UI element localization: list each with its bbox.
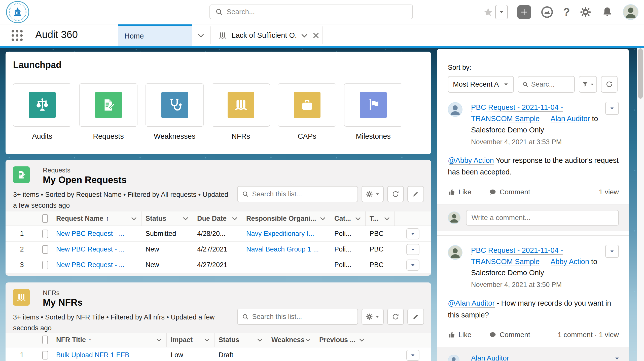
- row-checkbox[interactable]: [38, 230, 52, 238]
- tab-divider: [210, 26, 211, 44]
- post-separator: —: [542, 258, 549, 266]
- list-search: [237, 309, 358, 325]
- tab-home-dropdown[interactable]: [195, 30, 206, 41]
- select-all-checkbox[interactable]: [38, 333, 52, 347]
- feed-refresh-button[interactable]: [601, 76, 618, 93]
- chevron-down-icon[interactable]: [231, 215, 238, 222]
- request-link[interactable]: New PBC Request - ...: [56, 230, 125, 238]
- tile-weaknesses[interactable]: Weaknesses: [146, 83, 204, 140]
- comment-bubble-icon: [489, 188, 496, 196]
- cell-due-date: 4/27/2021: [193, 245, 242, 253]
- list-title[interactable]: My NFRs: [43, 297, 423, 308]
- mention-link[interactable]: @Alan Auditor: [448, 299, 495, 308]
- list-refresh-button[interactable]: [387, 309, 404, 325]
- scrollbar-thumb[interactable]: [638, 48, 643, 99]
- column-header-category[interactable]: Cat...: [330, 211, 366, 226]
- tile-audits[interactable]: Audits: [13, 83, 71, 140]
- favorite-star-icon[interactable]: [481, 5, 495, 19]
- list-title[interactable]: My Open Requests: [43, 175, 423, 185]
- chevron-down-icon[interactable]: [305, 337, 311, 343]
- post-author-link[interactable]: Alan Auditor: [551, 115, 590, 123]
- select-all-checkbox[interactable]: [38, 211, 52, 226]
- row-actions-button[interactable]: [406, 244, 419, 255]
- column-header-status[interactable]: Status: [214, 333, 267, 347]
- tile-nfrs[interactable]: NFRs: [212, 83, 270, 140]
- column-header-impact[interactable]: Impact: [167, 333, 214, 347]
- chevron-down-icon[interactable]: [131, 215, 137, 222]
- post-actions-button[interactable]: [605, 102, 619, 115]
- column-header-due-date[interactable]: Due Date: [193, 211, 242, 226]
- post-author-link[interactable]: Abby Action: [551, 258, 589, 266]
- post-timestamp: November 4, 2021 at 3:50 PM: [471, 281, 601, 289]
- row-actions-button[interactable]: [406, 260, 419, 271]
- guidance-center-button[interactable]: [541, 6, 554, 19]
- comment-actions-button[interactable]: [614, 356, 620, 361]
- column-header-status[interactable]: Status: [141, 211, 193, 226]
- search-icon: [522, 81, 528, 88]
- chevron-down-icon[interactable]: [355, 215, 361, 222]
- column-header-previous[interactable]: Previous ...: [315, 333, 369, 347]
- row-actions-button[interactable]: [406, 350, 419, 361]
- list-settings-button[interactable]: [362, 309, 384, 325]
- chevron-down-icon[interactable]: [182, 215, 189, 222]
- help-icon[interactable]: ?: [563, 7, 570, 18]
- post-author-avatar[interactable]: [448, 245, 462, 260]
- post-record-link[interactable]: PBC Request - 2021-11-04 - TRANSCOM Samp…: [471, 103, 563, 123]
- tile-milestones[interactable]: Milestones: [344, 83, 402, 140]
- post-author-avatar[interactable]: [448, 102, 462, 117]
- list-refresh-button[interactable]: [387, 186, 404, 202]
- chevron-down-icon[interactable]: [204, 337, 210, 343]
- column-header-responsible-org[interactable]: Responsible Organi...: [242, 211, 330, 226]
- tile-requests[interactable]: Requests: [79, 83, 137, 140]
- chevron-down-icon[interactable]: [257, 337, 263, 343]
- org-link[interactable]: Naval Beach Group 1 ...: [246, 245, 319, 253]
- nfr-link[interactable]: Bulk Upload NFR 1 EFB: [56, 351, 129, 359]
- tile-caps[interactable]: CAPs: [278, 83, 336, 140]
- chevron-down-icon[interactable]: [319, 215, 326, 222]
- app-launcher-waffle-icon[interactable]: [12, 30, 25, 41]
- list-search-input[interactable]: [252, 313, 353, 321]
- list-search-input[interactable]: [252, 190, 353, 198]
- global-search-input[interactable]: [227, 8, 407, 16]
- column-header-type[interactable]: T...: [366, 211, 395, 226]
- column-header-weakness[interactable]: Weakness: [267, 333, 315, 347]
- list-edit-button[interactable]: [407, 309, 424, 325]
- comment-input-field[interactable]: [472, 214, 613, 222]
- like-button[interactable]: Like: [448, 188, 471, 196]
- comment-button[interactable]: Comment: [489, 331, 530, 339]
- chevron-down-icon[interactable]: [359, 337, 365, 343]
- row-actions-button[interactable]: [406, 228, 419, 239]
- tab-home[interactable]: Home: [118, 24, 192, 46]
- chevron-down-icon[interactable]: [301, 32, 308, 39]
- row-checkbox[interactable]: [38, 245, 52, 254]
- favorites-dropdown-button[interactable]: [495, 5, 508, 19]
- chevron-down-icon[interactable]: [384, 215, 390, 222]
- user-avatar[interactable]: [623, 4, 638, 20]
- column-header-request-name[interactable]: Request Name↑: [52, 211, 141, 226]
- post-actions-button[interactable]: [605, 245, 619, 258]
- row-checkbox[interactable]: [38, 261, 52, 269]
- comment-author-link[interactable]: Alan Auditor: [471, 354, 509, 361]
- request-link[interactable]: New PBC Request - ...: [56, 245, 125, 253]
- list-edit-button[interactable]: [407, 186, 424, 202]
- comment-button[interactable]: Comment: [489, 188, 530, 196]
- list-settings-button[interactable]: [362, 186, 384, 202]
- comment-author-avatar[interactable]: [448, 355, 459, 361]
- mention-link[interactable]: @Abby Action: [448, 156, 494, 165]
- close-icon[interactable]: [312, 32, 320, 39]
- like-button[interactable]: Like: [448, 331, 471, 339]
- feed-search-input[interactable]: [531, 81, 570, 88]
- request-link[interactable]: New PBC Request - ...: [56, 261, 125, 269]
- pencil-icon: [412, 190, 419, 198]
- quick-create-button[interactable]: [517, 5, 531, 19]
- notifications-button[interactable]: [601, 6, 613, 18]
- org-link[interactable]: Navy Expeditionary I...: [246, 230, 314, 238]
- setup-gear-button[interactable]: [580, 6, 592, 18]
- chevron-down-icon[interactable]: [156, 337, 162, 343]
- feed-filter-button[interactable]: [579, 76, 597, 93]
- feed-sort-dropdown[interactable]: Most Recent A: [448, 76, 514, 93]
- post-record-link[interactable]: PBC Request - 2021-11-04 - TRANSCOM Samp…: [471, 246, 563, 266]
- column-header-nfr-title[interactable]: NFR Title↑: [52, 333, 167, 347]
- row-checkbox[interactable]: [38, 351, 52, 359]
- tab-record[interactable]: Lack of Sufficient O...: [211, 24, 322, 46]
